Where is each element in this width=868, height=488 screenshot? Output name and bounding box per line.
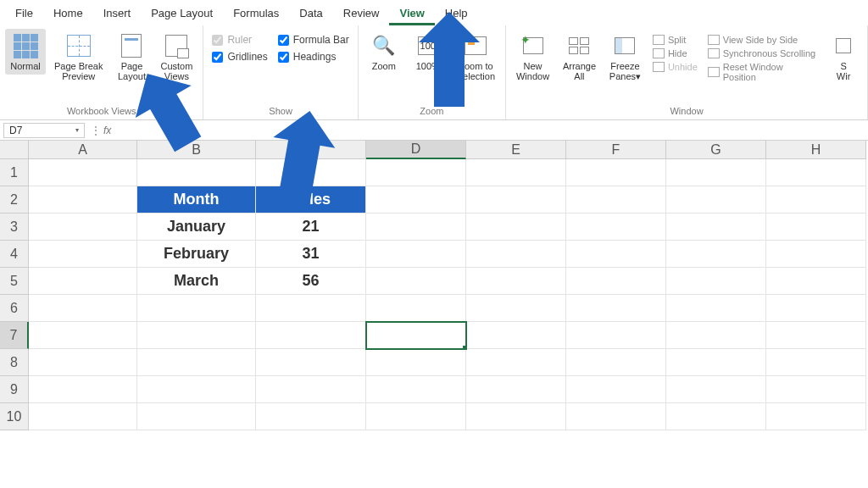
- cell-H4[interactable]: [766, 241, 866, 268]
- cell-C5[interactable]: 56: [256, 268, 366, 295]
- cell-G3[interactable]: [666, 214, 766, 241]
- headings-checkbox[interactable]: Headings: [278, 51, 349, 63]
- row-header-2[interactable]: 2: [0, 186, 29, 214]
- cell-D2[interactable]: [366, 186, 466, 214]
- cell-F9[interactable]: [566, 376, 666, 403]
- column-header-E[interactable]: E: [466, 141, 566, 159]
- cell-B2[interactable]: Month: [137, 186, 256, 214]
- cell-H10[interactable]: [766, 403, 866, 430]
- cell-A4[interactable]: [29, 241, 137, 268]
- column-header-F[interactable]: F: [566, 141, 666, 159]
- cell-F5[interactable]: [566, 268, 666, 295]
- cell-B10[interactable]: [137, 403, 256, 430]
- cell-C1[interactable]: [256, 159, 366, 186]
- cell-F3[interactable]: [566, 214, 666, 241]
- zoom-button[interactable]: 🔍 Zoom: [364, 29, 404, 75]
- cell-E4[interactable]: [466, 241, 566, 268]
- cell-D5[interactable]: [366, 268, 466, 295]
- cell-E7[interactable]: [466, 322, 566, 349]
- cell-F1[interactable]: [566, 159, 666, 186]
- cell-G6[interactable]: [666, 295, 766, 322]
- cell-B1[interactable]: [137, 159, 256, 186]
- cell-B9[interactable]: [137, 376, 256, 403]
- fx-label[interactable]: fx: [103, 125, 120, 136]
- split-button[interactable]: Split: [653, 34, 698, 46]
- cell-D3[interactable]: [366, 214, 466, 241]
- cell-G2[interactable]: [666, 186, 766, 214]
- menu-item-view[interactable]: View: [389, 2, 434, 25]
- cell-D7[interactable]: [366, 322, 466, 349]
- cell-A6[interactable]: [29, 295, 137, 322]
- column-header-A[interactable]: A: [29, 141, 137, 159]
- zoom-100-button[interactable]: 100 100%: [408, 29, 448, 75]
- cell-B5[interactable]: March: [137, 268, 256, 295]
- cell-H3[interactable]: [766, 214, 866, 241]
- freeze-panes-button[interactable]: FreezePanes▾: [604, 29, 646, 85]
- page-layout-button[interactable]: PageLayout: [111, 29, 152, 85]
- cell-B8[interactable]: [137, 349, 256, 376]
- cell-D6[interactable]: [366, 295, 466, 322]
- cell-C8[interactable]: [256, 349, 366, 376]
- cell-A1[interactable]: [29, 159, 137, 186]
- cell-A2[interactable]: [29, 186, 137, 214]
- cell-E6[interactable]: [466, 295, 566, 322]
- menu-item-help[interactable]: Help: [435, 2, 478, 25]
- hide-button[interactable]: Hide: [653, 47, 698, 59]
- cell-G4[interactable]: [666, 241, 766, 268]
- cell-C6[interactable]: [256, 295, 366, 322]
- cell-B4[interactable]: February: [137, 241, 256, 268]
- cell-C2[interactable]: Sales: [256, 186, 366, 214]
- row-header-5[interactable]: 5: [0, 268, 29, 295]
- cell-A5[interactable]: [29, 268, 137, 295]
- cell-E9[interactable]: [466, 376, 566, 403]
- cell-C4[interactable]: 31: [256, 241, 366, 268]
- switch-windows-button[interactable]: S Wir: [825, 29, 862, 85]
- menu-item-review[interactable]: Review: [333, 2, 390, 25]
- column-header-B[interactable]: B: [137, 141, 256, 159]
- cell-G8[interactable]: [666, 349, 766, 376]
- row-header-7[interactable]: 7: [0, 322, 29, 349]
- cell-E8[interactable]: [466, 349, 566, 376]
- cell-G7[interactable]: [666, 322, 766, 349]
- gridlines-checkbox[interactable]: Gridlines: [212, 51, 267, 63]
- formula-input[interactable]: [120, 123, 868, 138]
- menu-item-formulas[interactable]: Formulas: [223, 2, 289, 25]
- name-box[interactable]: D7▾: [3, 123, 85, 138]
- column-header-G[interactable]: G: [666, 141, 766, 159]
- row-header-9[interactable]: 9: [0, 376, 29, 403]
- row-header-3[interactable]: 3: [0, 214, 29, 241]
- menu-item-file[interactable]: File: [5, 2, 43, 25]
- cell-H8[interactable]: [766, 349, 866, 376]
- column-header-H[interactable]: H: [766, 141, 866, 159]
- menu-item-data[interactable]: Data: [289, 2, 332, 25]
- cell-D1[interactable]: [366, 159, 466, 186]
- cell-B3[interactable]: January: [137, 214, 256, 241]
- cell-E5[interactable]: [466, 268, 566, 295]
- cell-D4[interactable]: [366, 241, 466, 268]
- formula-bar-checkbox[interactable]: Formula Bar: [278, 34, 349, 46]
- cell-E1[interactable]: [466, 159, 566, 186]
- cell-G10[interactable]: [666, 403, 766, 430]
- cell-F7[interactable]: [566, 322, 666, 349]
- custom-views-button[interactable]: CustomViews: [155, 29, 198, 85]
- cell-H5[interactable]: [766, 268, 866, 295]
- cell-H1[interactable]: [766, 159, 866, 186]
- menu-item-insert[interactable]: Insert: [93, 2, 142, 25]
- cell-G5[interactable]: [666, 268, 766, 295]
- cell-A9[interactable]: [29, 376, 137, 403]
- cell-C9[interactable]: [256, 376, 366, 403]
- cell-F10[interactable]: [566, 403, 666, 430]
- cell-D10[interactable]: [366, 403, 466, 430]
- select-all-corner[interactable]: [0, 141, 29, 159]
- page-break-preview-button[interactable]: Page BreakPreview: [49, 29, 108, 85]
- row-header-6[interactable]: 6: [0, 295, 29, 322]
- cell-F4[interactable]: [566, 241, 666, 268]
- cell-B7[interactable]: [137, 322, 256, 349]
- chevron-down-icon[interactable]: ▾: [75, 126, 79, 134]
- cell-B6[interactable]: [137, 295, 256, 322]
- arrange-all-button[interactable]: ArrangeAll: [558, 29, 601, 85]
- cell-C7[interactable]: [256, 322, 366, 349]
- column-header-D[interactable]: D: [366, 141, 466, 159]
- cell-H9[interactable]: [766, 376, 866, 403]
- new-window-button[interactable]: ✦ NewWindow: [511, 29, 554, 85]
